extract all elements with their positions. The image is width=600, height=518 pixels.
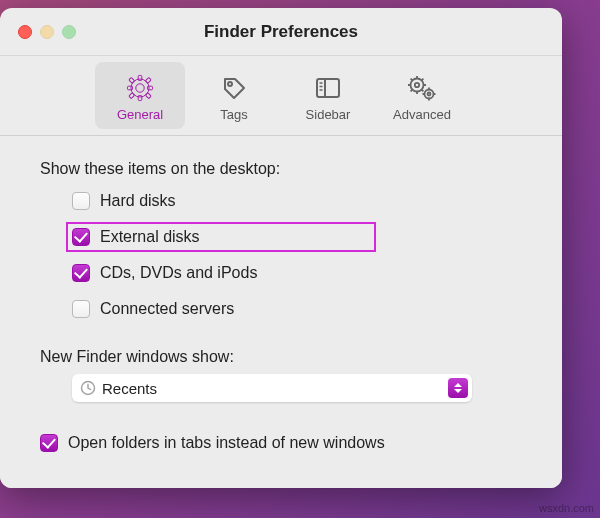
gear-icon [125,73,155,103]
svg-point-10 [228,82,232,86]
sidebar-icon [313,73,343,103]
svg-rect-7 [129,93,135,99]
window-title: Finder Preferences [0,22,562,42]
svg-rect-6 [145,78,151,84]
svg-line-25 [422,79,424,81]
svg-point-16 [411,79,424,92]
preferences-toolbar: General Tags Sidebar [0,56,562,136]
tab-general[interactable]: General [95,62,185,129]
watermark-text: wsxdn.com [539,502,594,514]
checkbox-row-open-in-tabs[interactable]: Open folders in tabs instead of new wind… [40,428,522,458]
window-controls [18,25,76,39]
tag-icon [219,73,249,103]
checkbox-row-external-disks[interactable]: External disks [66,222,376,252]
minimize-window-button [40,25,54,39]
new-windows-label: New Finder windows show: [40,348,522,366]
desktop-items-label: Show these items on the desktop: [40,160,522,178]
tab-tags-label: Tags [220,107,247,122]
svg-point-17 [415,83,419,87]
close-window-button[interactable] [18,25,32,39]
tab-advanced-label: Advanced [393,107,451,122]
gears-icon [405,73,439,103]
checkbox-row-hard-disks[interactable]: Hard disks [72,186,522,216]
svg-line-22 [411,79,413,81]
tab-sidebar-label: Sidebar [306,107,351,122]
svg-point-27 [428,93,431,96]
checkbox-external-disks[interactable] [72,228,90,246]
svg-point-9 [136,84,144,92]
zoom-window-button [62,25,76,39]
svg-rect-5 [129,78,135,84]
checkbox-label: Hard disks [100,192,176,210]
checkbox-label: CDs, DVDs and iPods [100,264,257,282]
checkbox-row-connected-servers[interactable]: Connected servers [72,294,522,324]
desktop-items-list: Hard disks External disks CDs, DVDs and … [72,186,522,324]
preferences-body: Show these items on the desktop: Hard di… [0,136,562,488]
svg-rect-11 [317,79,339,97]
checkbox-row-cds-dvds-ipods[interactable]: CDs, DVDs and iPods [72,258,522,288]
svg-rect-3 [128,86,133,90]
tab-general-label: General [117,107,163,122]
checkbox-label: Connected servers [100,300,234,318]
svg-point-26 [425,90,434,99]
svg-rect-2 [138,96,142,101]
checkbox-label: Open folders in tabs instead of new wind… [68,434,385,452]
svg-rect-4 [148,86,153,90]
checkbox-connected-servers[interactable] [72,300,90,318]
svg-rect-1 [138,76,142,81]
tab-advanced[interactable]: Advanced [377,62,467,129]
popup-arrows-icon [448,378,468,398]
tab-tags[interactable]: Tags [189,62,279,129]
new-windows-value: Recents [102,380,442,397]
checkbox-label: External disks [100,228,200,246]
recents-icon [80,380,96,396]
svg-line-24 [411,90,413,92]
titlebar: Finder Preferences [0,8,562,56]
checkbox-open-in-tabs[interactable] [40,434,58,452]
checkbox-hard-disks[interactable] [72,192,90,210]
finder-preferences-window: Finder Preferences General [0,8,562,488]
tab-sidebar[interactable]: Sidebar [283,62,373,129]
new-windows-popup[interactable]: Recents [72,374,472,402]
svg-rect-8 [145,93,151,99]
checkbox-cds-dvds-ipods[interactable] [72,264,90,282]
svg-line-23 [422,90,424,92]
